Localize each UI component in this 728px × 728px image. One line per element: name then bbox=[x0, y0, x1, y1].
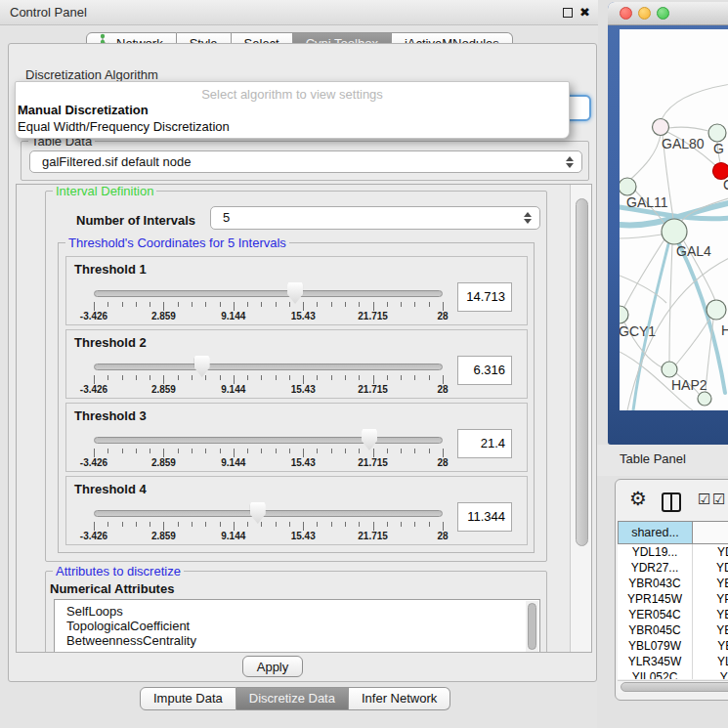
table-row[interactable]: YBR045CYBR0 bbox=[618, 622, 728, 638]
numerical-attributes-label: Numerical Attributes bbox=[50, 581, 174, 596]
algorithm-placeholder-option[interactable]: Select algorithm to view settings bbox=[16, 82, 569, 102]
combo-spinner-icon bbox=[566, 156, 574, 168]
cell-shared-name: YPR145W bbox=[618, 591, 693, 607]
slider-handle[interactable] bbox=[287, 282, 303, 304]
checkbox-icon[interactable]: ☑ bbox=[698, 491, 710, 508]
slider-track[interactable] bbox=[94, 364, 443, 370]
column-header-name[interactable]: n bbox=[693, 521, 728, 544]
slider-tick bbox=[359, 522, 360, 527]
slider-tick bbox=[289, 522, 290, 527]
slider-tick bbox=[429, 449, 430, 453]
slider-tick bbox=[443, 375, 444, 384]
table-panel-title: Table Panel bbox=[620, 445, 686, 474]
slider-scale-label: 28 bbox=[437, 531, 448, 541]
table-row[interactable]: YIL052CYIL0 bbox=[618, 669, 728, 679]
column-header-shared-name[interactable]: shared... bbox=[618, 521, 693, 544]
threshold-value-field[interactable]: 21.4 bbox=[457, 429, 512, 458]
network-node-gal80[interactable] bbox=[653, 119, 669, 136]
scrollbar-thumb[interactable] bbox=[576, 198, 588, 546]
gear-icon[interactable]: ⚙ bbox=[629, 487, 647, 510]
attributes-group-label: Attributes to discretize bbox=[53, 564, 184, 578]
network-canvas[interactable]: GAL80GCGAL11GAL4GCY1HHAP2 bbox=[620, 29, 728, 410]
network-node-unnamed[interactable] bbox=[698, 392, 711, 406]
slider-tick bbox=[401, 449, 402, 453]
slider-tick bbox=[359, 302, 360, 307]
checkbox-icon[interactable]: ☑ bbox=[712, 491, 725, 508]
table-row[interactable]: YDR27...YDR2 bbox=[618, 560, 728, 576]
table-horizontal-scrollbar[interactable] bbox=[618, 680, 728, 693]
threshold-value-field[interactable]: 14.713 bbox=[457, 282, 512, 312]
network-window-titlebar bbox=[608, 2, 728, 25]
network-node-hap2[interactable] bbox=[662, 362, 677, 377]
cyni-toolbox-panel: Discretization Algorithm Select algorith… bbox=[8, 43, 597, 682]
tab-impute-data[interactable]: Impute Data bbox=[140, 687, 236, 710]
algorithm-option-manual[interactable]: Manual Discretization bbox=[16, 102, 569, 118]
network-node-h[interactable] bbox=[707, 300, 726, 320]
slider-track[interactable] bbox=[94, 290, 443, 297]
table-row[interactable]: YLR345WYLR3 bbox=[618, 654, 728, 669]
cell-name: YER0 bbox=[693, 607, 728, 622]
column-layout-icon[interactable] bbox=[662, 492, 681, 512]
mac-close-icon[interactable] bbox=[620, 7, 632, 20]
slider-tick bbox=[345, 522, 346, 527]
slider-tick bbox=[373, 449, 374, 457]
slider-scale-label: 15.43 bbox=[291, 311, 316, 321]
attribute-list-item[interactable]: TopologicalCoefficient bbox=[55, 619, 539, 633]
slider-tick bbox=[122, 302, 123, 307]
network-node-label: G bbox=[713, 141, 724, 156]
cell-shared-name: YBR043C bbox=[618, 576, 693, 591]
slider-handle[interactable] bbox=[362, 429, 377, 450]
table-row[interactable]: YDL19...YDL1 bbox=[618, 544, 728, 560]
network-node-label: GAL11 bbox=[626, 194, 668, 210]
cell-name: YDR2 bbox=[693, 560, 728, 576]
slider-tick bbox=[150, 302, 150, 307]
number-of-intervals-combobox[interactable]: 5 bbox=[210, 206, 540, 230]
table-row[interactable]: YBR043CYBR0 bbox=[618, 576, 728, 591]
threshold-panel-3: Threshold 3-3.4262.8599.14415.4321.71528… bbox=[65, 403, 528, 472]
table-row[interactable]: YER054CYER0 bbox=[618, 607, 728, 622]
algorithm-option-equal-width[interactable]: Equal Width/Frequency Discretization bbox=[16, 118, 569, 135]
scrollbar-thumb[interactable] bbox=[621, 682, 728, 692]
slider-tick bbox=[192, 375, 193, 380]
slider-track[interactable] bbox=[94, 437, 443, 444]
slider-tick bbox=[414, 449, 415, 453]
tab-discretize-data[interactable]: Discretize Data bbox=[236, 687, 349, 710]
slider-track[interactable] bbox=[94, 510, 443, 517]
slider-tick bbox=[136, 522, 137, 527]
slider-tick bbox=[443, 302, 444, 311]
slider-tick bbox=[289, 302, 290, 307]
slider-tick bbox=[276, 302, 277, 307]
control-panel-window: Control Panel ✖ NetworkStyleSelectCyni T… bbox=[0, 0, 598, 728]
slider-scale-label: 9.144 bbox=[221, 531, 245, 541]
tab-infer-network[interactable]: Infer Network bbox=[349, 687, 450, 710]
network-node-gcy1[interactable] bbox=[620, 306, 628, 323]
network-node-gal11[interactable] bbox=[620, 178, 636, 195]
apply-button[interactable]: Apply bbox=[242, 656, 303, 677]
interval-definition-group: Interval Definition Number of Intervals … bbox=[45, 191, 547, 562]
attribute-list-item[interactable]: BetweennessCentrality bbox=[55, 633, 539, 648]
slider-scale-label: 21.715 bbox=[358, 384, 388, 395]
slider-tick bbox=[163, 449, 164, 457]
float-window-icon[interactable] bbox=[563, 8, 573, 18]
settings-vertical-scrollbar[interactable] bbox=[570, 185, 592, 652]
numerical-attributes-list[interactable]: SelfLoopsTopologicalCoefficientBetweenne… bbox=[54, 599, 540, 653]
table-data-combobox[interactable]: galFiltered.sif default node bbox=[29, 150, 582, 173]
slider-tick bbox=[317, 375, 318, 380]
network-node-gal4[interactable] bbox=[662, 219, 687, 244]
threshold-value-field[interactable]: 6.316 bbox=[457, 356, 512, 385]
slider-handle[interactable] bbox=[250, 502, 266, 524]
slider-tick bbox=[205, 522, 206, 527]
attribute-list-item[interactable]: SelfLoops bbox=[55, 604, 539, 619]
mac-zoom-icon[interactable] bbox=[657, 7, 669, 20]
slider-tick bbox=[414, 522, 415, 527]
attributes-list-scrollbar[interactable] bbox=[526, 601, 538, 653]
threshold-value-field[interactable]: 11.344 bbox=[457, 502, 512, 532]
table-row[interactable]: YBL079WYBL0 bbox=[618, 638, 728, 654]
network-node-g[interactable] bbox=[708, 124, 726, 142]
network-node-label: GAL80 bbox=[662, 136, 705, 151]
mac-minimize-icon[interactable] bbox=[638, 7, 651, 20]
table-row[interactable]: YPR145WYPR1 bbox=[618, 591, 728, 607]
slider-handle[interactable] bbox=[194, 356, 210, 377]
close-icon[interactable]: ✖ bbox=[579, 6, 590, 19]
table-data-selected-value: galFiltered.sif default node bbox=[42, 151, 191, 173]
